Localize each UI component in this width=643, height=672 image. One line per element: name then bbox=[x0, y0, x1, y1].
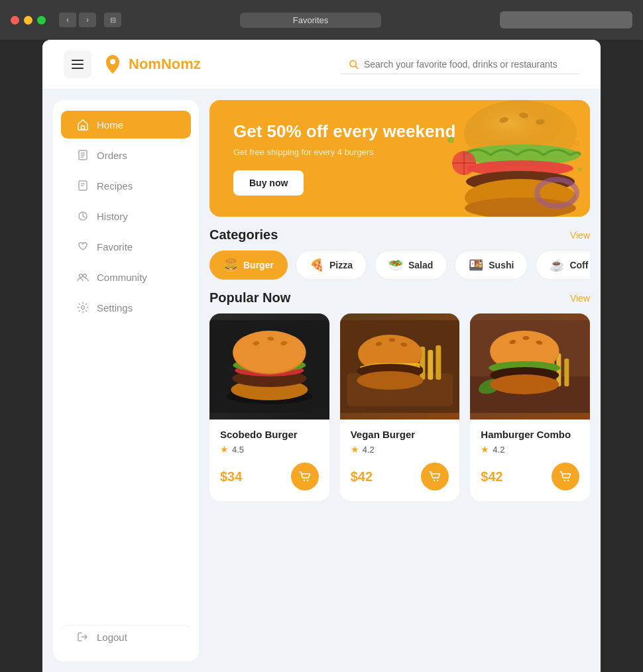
food-name-hamburger: Hamburger Combo bbox=[481, 429, 579, 440]
sidebar-item-settings-label: Settings bbox=[97, 302, 133, 313]
titlebar: ‹ › ⊟ Favorites bbox=[0, 0, 643, 40]
category-chip-sushi[interactable]: 🍱 Sushi bbox=[455, 251, 528, 280]
sidebar-item-home-label: Home bbox=[97, 119, 123, 131]
svg-point-26 bbox=[537, 180, 577, 206]
svg-point-44 bbox=[303, 480, 304, 481]
buy-now-button[interactable]: Buy now bbox=[233, 170, 304, 196]
minimize-button[interactable] bbox=[24, 16, 32, 25]
category-label-pizza: Pizza bbox=[329, 260, 353, 270]
forward-arrow-button[interactable]: › bbox=[79, 13, 96, 27]
svg-point-20 bbox=[461, 144, 580, 166]
categories-row: 🍔 Burger 🍕 Pizza 🥗 Salad 🍱 Sushi bbox=[209, 251, 590, 280]
food-footer-hamburger: $42 bbox=[481, 463, 579, 490]
category-chip-pizza[interactable]: 🍕 Pizza bbox=[296, 251, 367, 280]
hamburger-line bbox=[72, 64, 84, 65]
svg-point-15 bbox=[464, 100, 577, 166]
maximize-button[interactable] bbox=[37, 16, 46, 25]
svg-point-18 bbox=[518, 112, 528, 119]
sidebar-item-orders[interactable]: Orders bbox=[61, 141, 191, 169]
svg-point-16 bbox=[464, 100, 577, 166]
food-image-scobedo bbox=[209, 313, 329, 420]
food-card-body-hamburger: Hamburger Combo ★ 4.2 $42 bbox=[470, 420, 590, 501]
popular-title: Popular Now bbox=[209, 290, 290, 306]
browser-address-bar[interactable] bbox=[500, 11, 632, 28]
food-footer-scobedo: $34 bbox=[220, 463, 319, 490]
content-area: Home Orders bbox=[42, 89, 601, 672]
add-to-cart-button-vegan[interactable] bbox=[421, 463, 449, 490]
svg-rect-50 bbox=[436, 345, 441, 380]
tab-title: Favorites bbox=[240, 13, 381, 28]
svg-point-14 bbox=[82, 306, 85, 309]
sidebar-item-logout[interactable]: Logout bbox=[61, 625, 191, 651]
svg-point-13 bbox=[84, 274, 87, 278]
svg-point-76 bbox=[567, 480, 569, 481]
sidebar-item-home[interactable]: Home bbox=[61, 111, 191, 139]
sidebar-item-settings[interactable]: Settings bbox=[61, 294, 191, 321]
svg-point-55 bbox=[388, 338, 395, 342]
banner-subtitle: Get free shipping for every 4 burgers bbox=[233, 147, 455, 157]
hamburger-line bbox=[72, 68, 84, 69]
logo-icon bbox=[102, 54, 123, 75]
sidebar-item-history[interactable]: History bbox=[61, 202, 191, 230]
history-icon bbox=[77, 210, 89, 222]
rating-value-scobedo: 4.5 bbox=[232, 445, 244, 455]
logout-icon bbox=[77, 631, 89, 643]
food-image-hamburger bbox=[470, 313, 590, 420]
promo-banner: Get 50% off every weekend Get free shipp… bbox=[209, 100, 590, 217]
sidebar-item-recipes-label: Recipes bbox=[97, 180, 133, 192]
layout-button[interactable]: ⊟ bbox=[104, 13, 121, 27]
svg-point-74 bbox=[491, 374, 559, 394]
food-card-body-vegan: Vegan Burger ★ 4.2 $42 bbox=[340, 420, 460, 501]
back-arrow-button[interactable]: ‹ bbox=[59, 13, 76, 27]
category-chip-coffee[interactable]: ☕ Coff bbox=[536, 251, 590, 280]
svg-point-22 bbox=[466, 171, 575, 192]
sidebar-item-orders-label: Orders bbox=[97, 150, 127, 161]
svg-point-27 bbox=[452, 151, 476, 175]
search-input[interactable] bbox=[364, 59, 571, 70]
svg-point-58 bbox=[357, 371, 423, 390]
category-chip-burger[interactable]: 🍔 Burger bbox=[209, 251, 288, 280]
sushi-emoji: 🍱 bbox=[469, 258, 483, 272]
close-button[interactable] bbox=[11, 16, 19, 25]
category-chip-salad[interactable]: 🥗 Salad bbox=[375, 251, 447, 280]
salad-emoji: 🥗 bbox=[388, 258, 403, 272]
tab-bar: Favorites bbox=[129, 13, 492, 28]
svg-point-31 bbox=[574, 140, 579, 146]
home-icon bbox=[77, 119, 89, 131]
sidebar-item-favorite-label: Favorite bbox=[97, 241, 133, 252]
categories-view-all[interactable]: View bbox=[570, 230, 590, 241]
svg-point-75 bbox=[564, 480, 565, 481]
food-rating-vegan: ★ 4.2 bbox=[351, 444, 449, 455]
coffee-emoji: ☕ bbox=[550, 258, 564, 272]
app-header: NomNomz bbox=[42, 40, 601, 89]
svg-point-70 bbox=[523, 336, 530, 340]
popular-view-all[interactable]: View bbox=[570, 293, 590, 304]
logo-text: NomNomz bbox=[129, 56, 201, 73]
orders-icon bbox=[77, 149, 89, 161]
food-footer-vegan: $42 bbox=[351, 463, 449, 490]
community-icon bbox=[77, 271, 89, 283]
svg-rect-49 bbox=[428, 350, 433, 380]
add-to-cart-button-scobedo[interactable] bbox=[291, 463, 319, 490]
hamburger-line bbox=[72, 60, 84, 61]
star-icon: ★ bbox=[481, 444, 489, 455]
svg-point-32 bbox=[578, 168, 582, 172]
category-label-salad: Salad bbox=[408, 260, 433, 270]
add-to-cart-button-hamburger[interactable] bbox=[552, 463, 579, 490]
cart-icon bbox=[428, 470, 441, 483]
sidebar-item-community[interactable]: Community bbox=[61, 263, 191, 291]
svg-point-21 bbox=[467, 160, 573, 176]
burger-emoji: 🍔 bbox=[223, 258, 238, 272]
category-label-coffee: Coff bbox=[569, 260, 588, 270]
sidebar-item-recipes[interactable]: Recipes bbox=[61, 172, 191, 199]
banner-text: Get 50% off every weekend Get free shipp… bbox=[233, 121, 455, 196]
svg-point-25 bbox=[465, 197, 576, 217]
category-label-sushi: Sushi bbox=[489, 260, 514, 270]
logo: NomNomz bbox=[102, 54, 201, 75]
food-image-vegan bbox=[340, 313, 460, 420]
hamburger-menu-button[interactable] bbox=[64, 50, 91, 78]
food-name-vegan: Vegan Burger bbox=[351, 429, 449, 440]
search-bar[interactable] bbox=[341, 55, 579, 74]
cart-icon bbox=[559, 470, 572, 483]
sidebar-item-favorite[interactable]: Favorite bbox=[61, 233, 191, 260]
